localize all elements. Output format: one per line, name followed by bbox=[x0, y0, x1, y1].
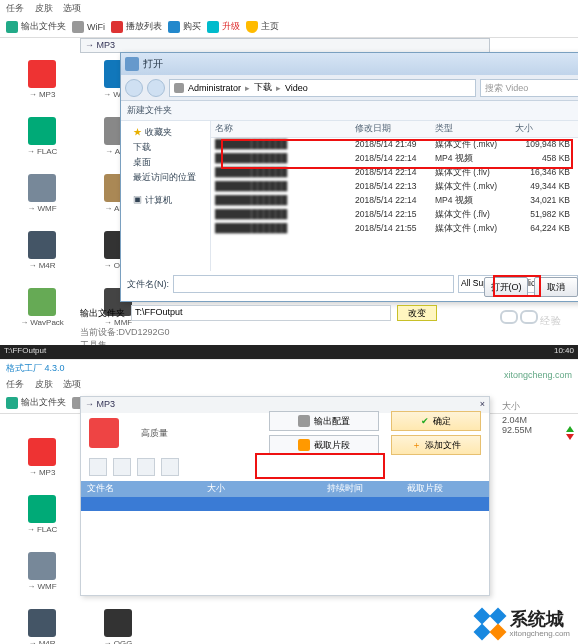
close-icon[interactable]: × bbox=[480, 399, 485, 411]
open-file-dialog: 打开 Administrator▸ 下载▸ Video 搜索 Video 新建文… bbox=[120, 52, 578, 302]
home-icon bbox=[246, 21, 258, 33]
file-row[interactable]: ████████████2018/5/14 21:49媒体文件 (.mkv)10… bbox=[211, 138, 578, 152]
file-row[interactable]: ████████████2018/5/14 22:14媒体文件 (.flv)16… bbox=[211, 166, 578, 180]
file-row[interactable]: ████████████2018/5/14 22:14MP4 视频458 KB bbox=[211, 152, 578, 166]
playlist-button[interactable]: 播放列表 bbox=[111, 20, 162, 33]
add-file-button[interactable]: ＋添加文件 bbox=[391, 435, 481, 455]
menu-task[interactable]: 任务 bbox=[6, 3, 24, 13]
clear-icon[interactable] bbox=[161, 458, 179, 476]
list-row-selected[interactable] bbox=[81, 497, 489, 511]
list-header: 文件名大小 持续时间截取片段 bbox=[81, 481, 489, 497]
format-flac[interactable]: → FLAC bbox=[6, 495, 78, 534]
credit-text: xitongcheng.com bbox=[504, 370, 572, 380]
format-wavpack[interactable]: → WavPack bbox=[6, 288, 78, 327]
sort-arrows bbox=[566, 426, 574, 440]
format-flac[interactable]: → FLAC bbox=[6, 117, 78, 156]
taskbar: T:\FFOutput10:40 bbox=[0, 345, 578, 359]
file-row[interactable]: ████████████2018/5/14 22:15媒体文件 (.flv)51… bbox=[211, 208, 578, 222]
icon-row bbox=[81, 453, 489, 481]
menu-bar-2: 格式工厂 4.3.0 bbox=[0, 360, 578, 376]
format-mp3[interactable]: → MP3 bbox=[6, 438, 78, 477]
mp3-icon bbox=[89, 418, 119, 448]
organize-bar[interactable]: 新建文件夹 bbox=[121, 101, 578, 121]
dialog-nav: Administrator▸ 下载▸ Video 搜索 Video bbox=[121, 75, 578, 101]
output-path[interactable]: T:\FFOutput bbox=[131, 305, 391, 321]
format-m4r[interactable]: → M4R bbox=[6, 231, 78, 270]
open-button[interactable]: 打开(O) bbox=[484, 277, 528, 297]
output-config-button[interactable]: 输出配置 bbox=[269, 411, 379, 431]
file-list[interactable]: 名称修改日期 类型大小 ████████████2018/5/14 21:49媒… bbox=[211, 121, 578, 271]
user-icon bbox=[174, 83, 184, 93]
format-m4r[interactable]: → M4R bbox=[6, 609, 78, 644]
screenshot-1: 任务 皮肤 选项 输出文件夹 WiFi 播放列表 购买 升级 主页 → MP3→… bbox=[0, 0, 578, 360]
dialog-title: 打开 bbox=[143, 57, 163, 71]
breadcrumb[interactable]: Administrator▸ 下载▸ Video bbox=[169, 79, 476, 97]
app-toolbar: 输出文件夹 WiFi 播放列表 购买 升级 主页 bbox=[0, 16, 578, 38]
menu-bar-2b: 任务 皮肤 选项 bbox=[0, 376, 578, 392]
cart-icon bbox=[168, 21, 180, 33]
screenshot-2: 格式工厂 4.3.0 任务 皮肤 选项 输出文件夹 WiFi 播放列表 购买 升… bbox=[0, 360, 578, 644]
dialog-icon bbox=[125, 57, 139, 71]
back-button[interactable] bbox=[125, 79, 143, 97]
watermark: 经验 bbox=[500, 310, 562, 328]
filename-label: 文件名(N): bbox=[127, 278, 169, 291]
wifi-button[interactable]: WiFi bbox=[72, 21, 105, 33]
mp3-window-title: → MP3 bbox=[80, 38, 490, 53]
right-info: 大小 2.04M 92.55M bbox=[502, 400, 572, 435]
cancel-button[interactable]: 取消 bbox=[534, 277, 578, 297]
menu-option[interactable]: 选项 bbox=[63, 3, 81, 13]
file-row[interactable]: ████████████2018/5/14 22:14MP4 视频34,021 … bbox=[211, 194, 578, 208]
scissors-icon bbox=[298, 439, 310, 451]
refresh-icon bbox=[207, 21, 219, 33]
gear-icon bbox=[298, 415, 310, 427]
folder-tree[interactable]: ★ 收藏夹 下载 桌面 最近访问的位置 ▣ 计算机 bbox=[121, 121, 211, 271]
upgrade-button[interactable]: 升级 bbox=[207, 20, 240, 33]
forward-button[interactable] bbox=[147, 79, 165, 97]
homepage-button[interactable]: 主页 bbox=[246, 20, 279, 33]
x-icon bbox=[111, 21, 123, 33]
format-wmf[interactable]: → WMF bbox=[6, 174, 78, 213]
play-icon[interactable] bbox=[89, 458, 107, 476]
filename-input[interactable] bbox=[173, 275, 454, 293]
info-icon[interactable] bbox=[113, 458, 131, 476]
buy-button[interactable]: 购买 bbox=[168, 20, 201, 33]
dialog-titlebar[interactable]: 打开 bbox=[121, 53, 578, 75]
format-mp3[interactable]: → MP3 bbox=[6, 60, 78, 99]
quality-label: 高质量 bbox=[141, 427, 168, 440]
outlist-button[interactable]: 输出文件夹 bbox=[6, 20, 66, 33]
format-wmf[interactable]: → WMF bbox=[6, 552, 78, 591]
search-input[interactable]: 搜索 Video bbox=[480, 79, 578, 97]
cut-segment-button[interactable]: 截取片段 bbox=[269, 435, 379, 455]
app-title: 格式工厂 4.3.0 bbox=[6, 363, 65, 373]
file-row[interactable]: ████████████2018/5/14 22:13媒体文件 (.mkv)49… bbox=[211, 180, 578, 194]
menu-skin[interactable]: 皮肤 bbox=[35, 3, 53, 13]
brand-logo: 系统城 xitongcheng.com bbox=[474, 607, 570, 638]
menu-bar: 任务 皮肤 选项 bbox=[0, 0, 578, 16]
remove-icon[interactable] bbox=[137, 458, 155, 476]
arrow-down-icon bbox=[566, 434, 574, 440]
change-button[interactable]: 改变 bbox=[397, 305, 437, 321]
wifi-icon bbox=[72, 21, 84, 33]
arrow-up-icon bbox=[566, 426, 574, 432]
ok-button[interactable]: ✔确定 bbox=[391, 411, 481, 431]
mp3-config-window: → MP3× 高质量 输出配置 截取片段 ✔确定 ＋添加文件 文件名大小 持续时… bbox=[80, 396, 490, 596]
mp3-win-title: → MP3 bbox=[85, 399, 115, 411]
format-ogg[interactable]: → OGG bbox=[82, 609, 154, 644]
file-row[interactable]: ████████████2018/5/14 21:55媒体文件 (.mkv)64… bbox=[211, 222, 578, 236]
folder-icon bbox=[6, 21, 18, 33]
